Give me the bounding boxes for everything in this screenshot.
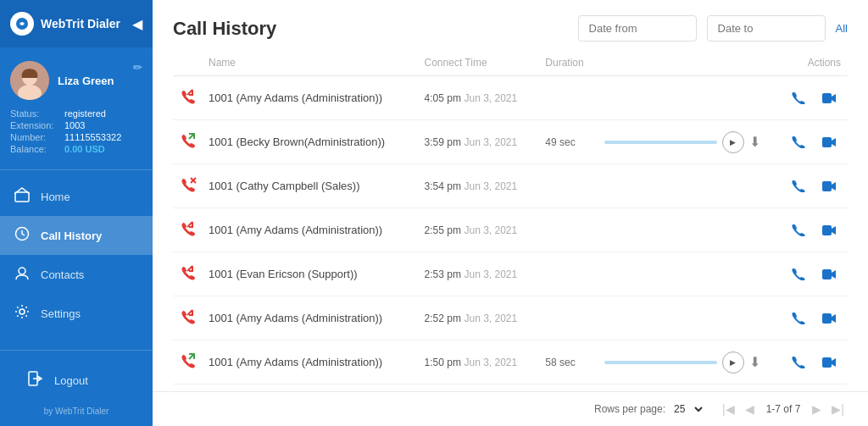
call-type-icon-cell (173, 208, 202, 252)
video-call-button[interactable] (817, 174, 841, 198)
actions-cell (767, 164, 848, 208)
logout-label: Logout (54, 374, 88, 387)
video-call-button[interactable] (817, 130, 841, 154)
call-type-icon-cell (173, 164, 202, 208)
video-call-button[interactable] (817, 219, 841, 242)
sidebar-footer: Logout by WebTrit Dialer (0, 350, 153, 426)
call-type-icon-cell (173, 120, 202, 164)
sidebar-nav: HomeCall HistoryContactsSettings (0, 170, 153, 350)
edit-profile-icon[interactable]: ✏ (133, 61, 142, 74)
call-type-icon-cell (173, 296, 202, 340)
svg-rect-13 (822, 137, 832, 147)
svg-rect-11 (822, 93, 832, 103)
col-actions: Actions (767, 50, 848, 76)
call-type-icon-cell (173, 340, 202, 385)
rows-per-page-select[interactable]: 25 50 100 (670, 402, 705, 416)
home-icon (14, 187, 31, 206)
svg-point-7 (19, 309, 25, 314)
logout-icon (27, 371, 44, 390)
table-row: 1001 (Evan Ericson (Support))2:53 pm Jun… (173, 252, 848, 296)
sidebar-item-home[interactable]: Home (0, 177, 153, 216)
rows-per-page-label: Rows per page: (594, 403, 665, 415)
sidebar-item-contacts[interactable]: Contacts (0, 255, 153, 294)
call-phone-button[interactable] (787, 262, 810, 285)
download-button[interactable]: ⬇ (749, 134, 760, 150)
first-page-button[interactable]: |◀ (719, 401, 738, 418)
sidebar-item-label-home: Home (41, 191, 70, 203)
call-name: 1001 (Cathy Campbell (Sales)) (202, 164, 418, 208)
svg-rect-18 (822, 225, 832, 235)
call-history-icon (14, 226, 31, 245)
connect-time: 2:55 pm Jun 3, 2021 (418, 208, 539, 252)
sidebar-item-label-call-history: Call History (41, 230, 102, 242)
sidebar-logo-text: WebTrit Dialer (41, 17, 120, 30)
settings-icon (14, 304, 31, 323)
prev-page-button[interactable]: ◀ (742, 401, 758, 418)
sidebar-logo: WebTrit Dialer (10, 12, 120, 36)
call-name: 1001 (Amy Adams (Administration)) (202, 76, 418, 120)
all-link[interactable]: All (836, 22, 848, 35)
call-phone-button[interactable] (787, 174, 810, 197)
profile-details: Status: registered Extension: 1003 Numbe… (10, 108, 142, 154)
balance-value: 0.00 USD (64, 144, 105, 154)
call-name: 1001 (Becky Brown(Administration)) (202, 120, 418, 164)
audio-player-cell (598, 164, 767, 208)
video-call-button[interactable] (817, 86, 841, 110)
sidebar-item-label-settings: Settings (41, 307, 81, 320)
call-phone-button[interactable] (787, 86, 810, 109)
status-label: Status: (10, 108, 61, 119)
connect-time: 2:53 pm Jun 3, 2021 (418, 252, 539, 296)
col-connect-time: Connect Time (418, 50, 539, 76)
video-call-button[interactable] (817, 351, 841, 374)
audio-player-cell (598, 296, 767, 340)
call-phone-button[interactable] (787, 306, 810, 329)
audio-player-cell (598, 208, 767, 252)
sidebar-collapse-button[interactable]: ◀ (132, 16, 142, 32)
connect-time: 2:52 pm Jun 3, 2021 (418, 296, 539, 340)
rows-per-page: Rows per page: 25 50 100 (594, 402, 705, 416)
col-audio (598, 50, 767, 76)
audio-player-cell: ▶ ⬇ (598, 120, 767, 164)
table-footer: Rows per page: 25 50 100 |◀ ◀ 1-7 of 7 ▶… (153, 391, 868, 426)
table-header-row: Name Connect Time Duration Actions (173, 50, 848, 76)
last-page-button[interactable]: ▶| (828, 401, 848, 418)
col-icon (173, 50, 202, 76)
connect-time: 1:50 pm Jun 3, 2021 (418, 340, 539, 385)
main-header: Call History All (153, 0, 868, 50)
balance-label: Balance: (10, 144, 61, 154)
video-call-button[interactable] (817, 263, 841, 286)
call-phone-button[interactable] (787, 350, 810, 373)
svg-rect-22 (822, 313, 832, 324)
actions-cell (767, 296, 848, 340)
svg-rect-20 (822, 269, 832, 279)
sidebar-profile: ✏ Liza Green Status: registered (0, 47, 153, 170)
table-row: 1001 (Becky Brown(Administration))3:59 p… (173, 120, 848, 164)
call-history-table: Name Connect Time Duration Actions 1001 … (173, 50, 848, 385)
sidebar-item-label-contacts: Contacts (41, 268, 84, 281)
video-call-button[interactable] (817, 307, 841, 330)
duration (538, 76, 598, 120)
sidebar-footer-text: by WebTrit Dialer (14, 407, 139, 416)
sidebar-header: WebTrit Dialer ◀ (0, 0, 153, 47)
date-from-input[interactable] (578, 15, 697, 41)
svg-point-6 (19, 268, 25, 274)
download-button[interactable]: ⬇ (749, 354, 760, 370)
sidebar-item-logout[interactable]: Logout (14, 361, 139, 400)
table-row: 1001 (Amy Adams (Administration))2:55 pm… (173, 208, 848, 252)
call-name: 1001 (Amy Adams (Administration)) (202, 208, 418, 252)
next-page-button[interactable]: ▶ (809, 401, 825, 418)
number-value: 11115553322 (64, 132, 121, 142)
connect-time: 3:59 pm Jun 3, 2021 (418, 120, 539, 164)
extension-label: Extension: (10, 120, 61, 130)
play-button[interactable]: ▶ (722, 351, 744, 373)
call-name: 1001 (Amy Adams (Administration)) (202, 296, 418, 340)
actions-cell (767, 208, 848, 252)
call-history-table-container: Name Connect Time Duration Actions 1001 … (153, 50, 868, 391)
audio-player-cell: ▶ ⬇ (598, 340, 767, 385)
call-phone-button[interactable] (787, 218, 810, 241)
date-to-input[interactable] (707, 15, 826, 41)
sidebar-item-call-history[interactable]: Call History (0, 216, 153, 255)
play-button[interactable]: ▶ (722, 131, 744, 153)
sidebar-item-settings[interactable]: Settings (0, 294, 153, 333)
call-phone-button[interactable] (787, 130, 810, 153)
